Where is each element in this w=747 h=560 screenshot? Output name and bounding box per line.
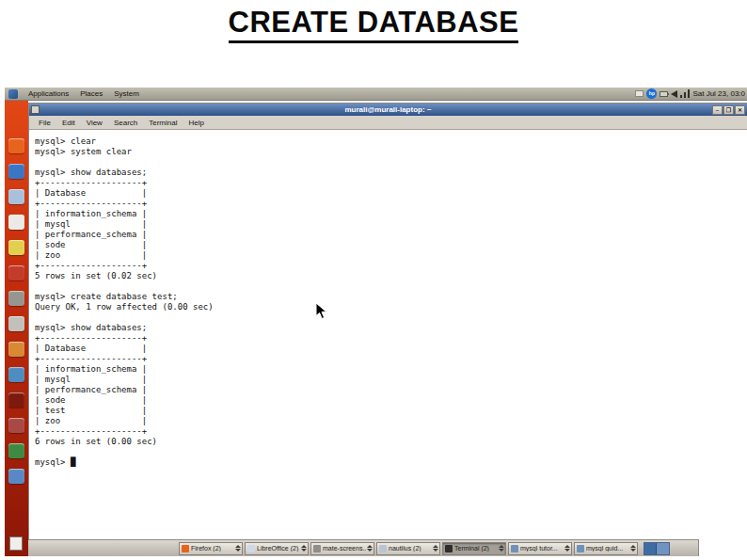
edit-note-icon[interactable] bbox=[8, 240, 24, 255]
taskbar-button-nautilus[interactable]: nautilus (2) bbox=[376, 542, 440, 555]
firefox-task-icon bbox=[182, 545, 189, 552]
taskbar: Firefox (2) LibreOffice (2) mate-screens… bbox=[28, 539, 699, 556]
hp-logo-icon[interactable]: hp bbox=[646, 88, 657, 99]
taskbar-button-firefox[interactable]: Firefox (2) bbox=[179, 542, 243, 555]
firefox-icon[interactable] bbox=[8, 138, 24, 153]
menu-places[interactable]: Places bbox=[74, 89, 108, 98]
menu-search[interactable]: Search bbox=[108, 119, 143, 127]
desktop-screenshot: Applications Places System hp Sat Jul 23… bbox=[5, 88, 747, 556]
mysql-doc-task-icon bbox=[511, 545, 518, 552]
system-tray: hp Sat Jul 23, 03:0 bbox=[635, 88, 747, 99]
page-title: CREATE DATABASE bbox=[0, 6, 747, 43]
calculator-icon[interactable] bbox=[8, 316, 24, 331]
mail-icon[interactable] bbox=[635, 90, 644, 97]
taskbar-button-terminal[interactable]: Terminal (2) bbox=[442, 542, 506, 555]
maximize-button[interactable]: ❐ bbox=[723, 105, 734, 115]
window-group-arrows-icon[interactable] bbox=[301, 545, 307, 552]
photos-icon[interactable] bbox=[8, 418, 24, 433]
close-button[interactable]: ✕ bbox=[735, 105, 745, 115]
menu-view[interactable]: View bbox=[81, 119, 108, 127]
dc-app-icon[interactable] bbox=[8, 392, 24, 408]
nautilus-task-icon bbox=[379, 545, 387, 552]
mouse-cursor bbox=[315, 302, 327, 320]
window-list: Firefox (2) LibreOffice (2) mate-screens… bbox=[179, 542, 640, 555]
workspace-1[interactable] bbox=[644, 543, 657, 554]
taskbar-label: mate-screens... bbox=[323, 545, 366, 552]
window-group-arrows-icon[interactable] bbox=[433, 545, 438, 552]
mysql-doc-task-icon bbox=[577, 545, 584, 552]
battery-icon[interactable] bbox=[660, 91, 668, 97]
terminal-menubar: File Edit View Search Terminal Help bbox=[29, 116, 747, 130]
menu-system[interactable]: System bbox=[108, 89, 145, 98]
window-group-arrows-icon[interactable] bbox=[367, 545, 373, 552]
taskbar-label: nautilus (2) bbox=[389, 545, 432, 552]
folder-icon[interactable] bbox=[8, 342, 24, 357]
media-player-icon[interactable] bbox=[8, 265, 24, 280]
desktop-dock bbox=[5, 101, 28, 556]
taskbar-button-mysql-tutorial[interactable]: mysql tutor... bbox=[508, 542, 572, 555]
menu-file[interactable]: File bbox=[33, 119, 56, 127]
workspace-switcher bbox=[644, 542, 670, 555]
volume-icon[interactable] bbox=[671, 90, 677, 98]
text-editor-icon[interactable] bbox=[8, 469, 24, 484]
titlebar[interactable]: murali@murali-laptop: ~ – ❐ ✕ bbox=[29, 104, 747, 116]
window-group-arrows-icon[interactable] bbox=[235, 545, 241, 552]
workspace-2[interactable] bbox=[657, 543, 669, 554]
taskbar-label: mysql tutor... bbox=[520, 545, 564, 552]
screenshot-task-icon bbox=[313, 545, 321, 552]
window-icon bbox=[31, 105, 40, 114]
terminal-task-icon bbox=[445, 545, 453, 552]
desktop-file-icon[interactable] bbox=[9, 536, 23, 551]
document-icon[interactable] bbox=[8, 215, 24, 230]
computer-icon[interactable] bbox=[8, 291, 24, 306]
web-globe-icon[interactable] bbox=[8, 164, 24, 179]
menu-terminal[interactable]: Terminal bbox=[143, 119, 183, 127]
terminal-screen[interactable]: mysql> clear mysql> system clear mysql> … bbox=[29, 130, 747, 556]
network-signal-icon[interactable] bbox=[680, 89, 690, 98]
taskbar-label: mysql guid... bbox=[586, 545, 629, 552]
distro-logo-icon[interactable] bbox=[8, 89, 18, 99]
terminal-output: mysql> clear mysql> system clear mysql> … bbox=[29, 130, 747, 468]
libreoffice-task-icon bbox=[247, 545, 255, 552]
suite-icon[interactable] bbox=[8, 367, 24, 382]
minimize-button[interactable]: – bbox=[712, 105, 723, 115]
top-panel: Applications Places System hp Sat Jul 23… bbox=[5, 88, 747, 101]
window-title: murali@murali-laptop: ~ bbox=[29, 105, 747, 114]
terminal-window: murali@murali-laptop: ~ – ❐ ✕ File Edit … bbox=[28, 103, 747, 556]
window-group-arrows-icon[interactable] bbox=[564, 545, 570, 552]
window-controls: – ❐ ✕ bbox=[712, 105, 747, 115]
terminal-app-icon[interactable] bbox=[8, 443, 24, 458]
menu-help[interactable]: Help bbox=[183, 119, 209, 127]
clock[interactable]: Sat Jul 23, 03:0 bbox=[692, 89, 745, 98]
taskbar-button-libreoffice[interactable]: LibreOffice (2) bbox=[245, 542, 309, 555]
taskbar-label: Terminal (2) bbox=[454, 545, 498, 552]
window-group-arrows-icon[interactable] bbox=[499, 545, 504, 552]
taskbar-button-screenshot[interactable]: mate-screens... bbox=[310, 542, 374, 555]
window-group-arrows-icon[interactable] bbox=[630, 545, 636, 552]
email-icon[interactable] bbox=[8, 189, 24, 204]
taskbar-button-mysql-guide[interactable]: mysql guid... bbox=[574, 542, 638, 555]
slide-title-text: CREATE DATABASE bbox=[229, 6, 519, 43]
menu-edit[interactable]: Edit bbox=[56, 119, 81, 127]
taskbar-label: LibreOffice (2) bbox=[257, 545, 300, 552]
taskbar-label: Firefox (2) bbox=[191, 545, 234, 552]
menu-applications[interactable]: Applications bbox=[23, 89, 74, 98]
